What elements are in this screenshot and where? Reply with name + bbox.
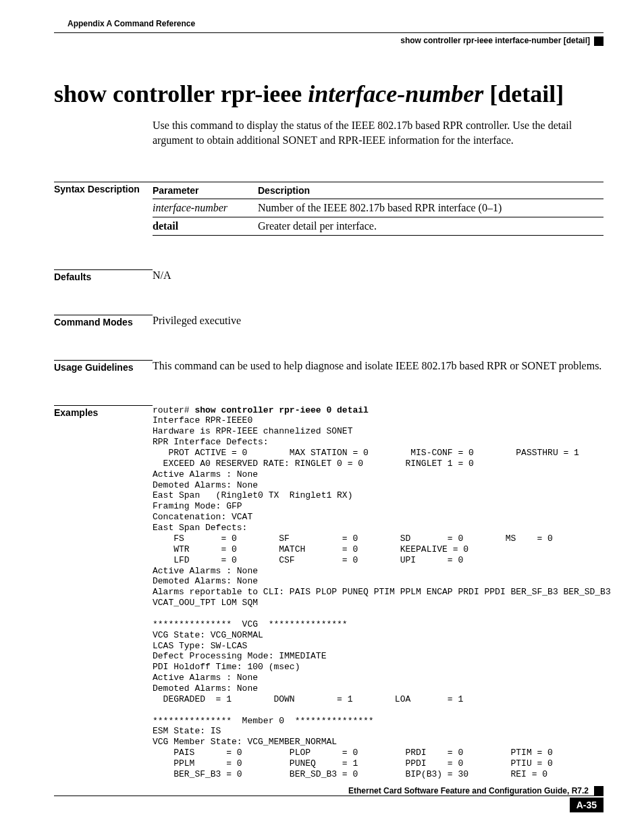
table-row: detail Greater detail per interface. [153,217,603,235]
label-usage: Usage Guidelines [54,360,153,373]
label-examples: Examples [54,405,153,418]
th-description: Description [258,182,603,199]
usage-value: This command can be used to help diagnos… [153,360,603,372]
footer-guide-title: Ethernet Card Software Feature and Confi… [54,786,594,796]
page-footer: Ethernet Card Software Feature and Confi… [54,786,603,811]
modes-value: Privileged executive [153,315,603,327]
page-number-badge: A-35 [570,798,603,812]
intro-paragraph: Use this command to display the status o… [153,118,603,147]
page-title: show controller rpr-ieee interface-numbe… [54,81,603,108]
syntax-table: Parameter Description interface-number N… [153,182,603,236]
example-output: router# show controller rpr-ieee 0 detai… [153,405,616,780]
table-row: interface-number Number of the IEEE 802.… [153,199,603,217]
section-crumb: show controller rpr-ieee interface-numbe… [54,36,603,46]
footer-bar-icon [594,786,603,796]
appendix-header: Appendix A Command Reference [68,19,603,28]
th-parameter: Parameter [153,182,258,199]
header-end-marker [594,36,603,46]
defaults-value: N/A [153,269,603,282]
label-defaults: Defaults [54,269,153,282]
label-modes: Command Modes [54,315,153,328]
label-syntax: Syntax Description [54,182,153,194]
